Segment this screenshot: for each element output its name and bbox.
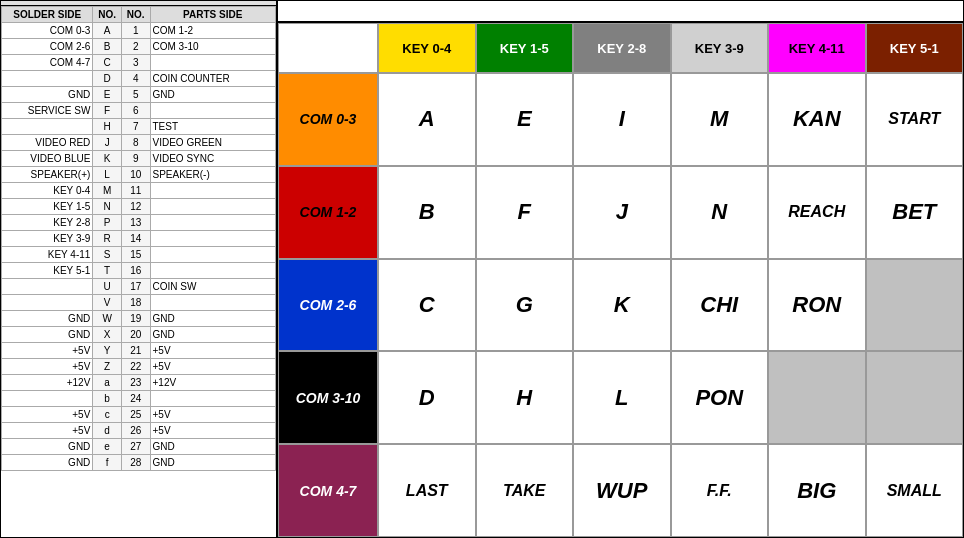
com-label-3: COM 3-10 xyxy=(278,351,378,444)
main-title xyxy=(278,1,963,23)
pin-letter: d xyxy=(93,423,122,439)
left-label: KEY 4-11 xyxy=(2,247,93,263)
left-label: +5V xyxy=(2,423,93,439)
pin-number: 7 xyxy=(121,119,150,135)
pin-letter: W xyxy=(93,311,122,327)
com-label-0: COM 0-3 xyxy=(278,73,378,166)
left-label xyxy=(2,71,93,87)
com-label-1: COM 1-2 xyxy=(278,166,378,259)
pin-number: 21 xyxy=(121,343,150,359)
left-panel: SOLDER SIDENO.NO.PARTS SIDECOM 0-3A1COM … xyxy=(0,0,278,538)
grid-cell-r0c0: A xyxy=(378,73,476,166)
right-label: GND xyxy=(150,311,276,327)
pin-number: 24 xyxy=(121,391,150,407)
right-label xyxy=(150,183,276,199)
pin-number: 6 xyxy=(121,103,150,119)
left-label xyxy=(2,119,93,135)
grid-cell-r3c4 xyxy=(768,351,866,444)
pin-letter: M xyxy=(93,183,122,199)
left-label: COM 0-3 xyxy=(2,23,93,39)
left-label: +12V xyxy=(2,375,93,391)
grid-cell-r3c1: H xyxy=(476,351,574,444)
right-label: COIN SW xyxy=(150,279,276,295)
grid-cell-r0c5: START xyxy=(866,73,964,166)
grid-cell-r2c0: C xyxy=(378,259,476,352)
pin-letter: R xyxy=(93,231,122,247)
right-label xyxy=(150,247,276,263)
pin-letter: J xyxy=(93,135,122,151)
right-label: +5V xyxy=(150,343,276,359)
pin-number: 26 xyxy=(121,423,150,439)
com-label-2: COM 2-6 xyxy=(278,259,378,352)
pin-letter: H xyxy=(93,119,122,135)
pin-number: 16 xyxy=(121,263,150,279)
right-label: +5V xyxy=(150,423,276,439)
grid-cell-r3c5 xyxy=(866,351,964,444)
pin-letter: E xyxy=(93,87,122,103)
grid-cell-r1c4: REACH xyxy=(768,166,866,259)
right-label xyxy=(150,103,276,119)
grid-cell-r2c5 xyxy=(866,259,964,352)
grid-cell-r2c4: RON xyxy=(768,259,866,352)
right-label: +12V xyxy=(150,375,276,391)
pin-letter: V xyxy=(93,295,122,311)
left-label: +5V xyxy=(2,359,93,375)
grid-cell-r1c2: J xyxy=(573,166,671,259)
right-label xyxy=(150,263,276,279)
right-label xyxy=(150,295,276,311)
pin-number: 12 xyxy=(121,199,150,215)
pin-letter: T xyxy=(93,263,122,279)
right-label xyxy=(150,199,276,215)
grid-cell-r2c3: CHI xyxy=(671,259,769,352)
pin-number: 4 xyxy=(121,71,150,87)
pin-letter: e xyxy=(93,439,122,455)
right-label xyxy=(150,231,276,247)
right-label: GND xyxy=(150,439,276,455)
left-label: KEY 0-4 xyxy=(2,183,93,199)
pin-number: 11 xyxy=(121,183,150,199)
left-label: SPEAKER(+) xyxy=(2,167,93,183)
right-label: GND xyxy=(150,455,276,471)
grid-cell-r3c0: D xyxy=(378,351,476,444)
left-label: COM 4-7 xyxy=(2,55,93,71)
left-label: GND xyxy=(2,439,93,455)
left-label: KEY 3-9 xyxy=(2,231,93,247)
pin-letter: X xyxy=(93,327,122,343)
pin-number: 10 xyxy=(121,167,150,183)
grid-cell-r1c5: BET xyxy=(866,166,964,259)
grid-cell-r3c2: L xyxy=(573,351,671,444)
grid-cell-r4c0: LAST xyxy=(378,444,476,537)
right-label: +5V xyxy=(150,359,276,375)
right-label: COIN COUNTER xyxy=(150,71,276,87)
left-label xyxy=(2,391,93,407)
left-label: +5V xyxy=(2,343,93,359)
connector-table: SOLDER SIDENO.NO.PARTS SIDECOM 0-3A1COM … xyxy=(1,6,276,471)
pin-letter: C xyxy=(93,55,122,71)
grid-cell-r4c4: BIG xyxy=(768,444,866,537)
pin-number: 2 xyxy=(121,39,150,55)
pin-letter: U xyxy=(93,279,122,295)
pin-number: 28 xyxy=(121,455,150,471)
right-label: SPEAKER(-) xyxy=(150,167,276,183)
pin-letter: f xyxy=(93,455,122,471)
left-label xyxy=(2,279,93,295)
grid-cell-r3c3: PON xyxy=(671,351,769,444)
key-header-key3-9: KEY 3-9 xyxy=(671,23,769,73)
left-label: SERVICE SW xyxy=(2,103,93,119)
pin-number: 5 xyxy=(121,87,150,103)
pin-letter: a xyxy=(93,375,122,391)
pin-number: 19 xyxy=(121,311,150,327)
grid-cell-r4c1: TAKE xyxy=(476,444,574,537)
pin-letter: c xyxy=(93,407,122,423)
pin-number: 8 xyxy=(121,135,150,151)
left-label: KEY 1-5 xyxy=(2,199,93,215)
pin-letter: K xyxy=(93,151,122,167)
pin-letter: Z xyxy=(93,359,122,375)
pin-number: 18 xyxy=(121,295,150,311)
left-label: GND xyxy=(2,311,93,327)
right-label: VIDEO GREEN xyxy=(150,135,276,151)
grid-cell-r4c5: SMALL xyxy=(866,444,964,537)
pin-letter: F xyxy=(93,103,122,119)
pin-number: 3 xyxy=(121,55,150,71)
grid-cell-r1c0: B xyxy=(378,166,476,259)
